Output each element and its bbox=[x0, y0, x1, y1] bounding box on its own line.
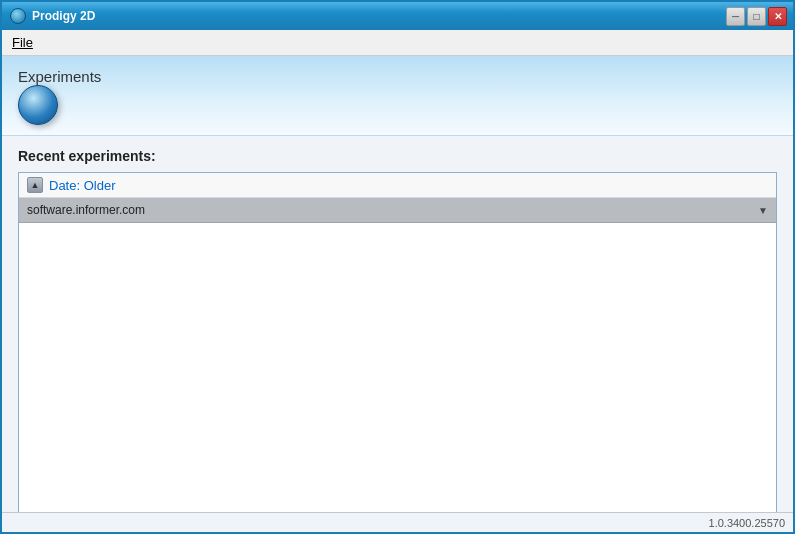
header-ball-icon bbox=[18, 85, 58, 125]
app-header: Experiments bbox=[2, 56, 793, 136]
version-text: 1.0.3400.25570 bbox=[709, 517, 785, 529]
file-menu[interactable]: File bbox=[2, 32, 43, 53]
group-header: ▲ Date: Older bbox=[19, 173, 776, 198]
close-button[interactable]: ✕ bbox=[768, 7, 787, 26]
experiment-item-text: software.informer.com bbox=[27, 203, 145, 217]
main-window: Prodigy 2D ─ □ ✕ File Experiments Recent… bbox=[0, 0, 795, 534]
status-bar: 1.0.3400.25570 bbox=[2, 512, 793, 532]
title-bar: Prodigy 2D ─ □ ✕ bbox=[2, 2, 793, 30]
main-content: Recent experiments: ▲ Date: Older softwa… bbox=[2, 136, 793, 534]
menu-bar: File bbox=[2, 30, 793, 56]
group-label: Date: Older bbox=[49, 178, 115, 193]
title-bar-controls: ─ □ ✕ bbox=[726, 7, 787, 26]
recent-experiments-title: Recent experiments: bbox=[18, 148, 777, 164]
title-bar-left: Prodigy 2D bbox=[10, 8, 95, 24]
file-menu-label: File bbox=[12, 35, 33, 50]
window-title: Prodigy 2D bbox=[32, 9, 95, 23]
collapse-icon[interactable]: ▲ bbox=[27, 177, 43, 193]
experiment-item[interactable]: software.informer.com ▼ bbox=[19, 198, 776, 223]
app-icon bbox=[10, 8, 26, 24]
minimize-button[interactable]: ─ bbox=[726, 7, 745, 26]
dropdown-arrow-icon: ▼ bbox=[758, 205, 768, 216]
header-experiments-label: Experiments bbox=[18, 64, 101, 85]
maximize-button[interactable]: □ bbox=[747, 7, 766, 26]
experiments-panel: ▲ Date: Older software.informer.com ▼ bbox=[18, 172, 777, 527]
